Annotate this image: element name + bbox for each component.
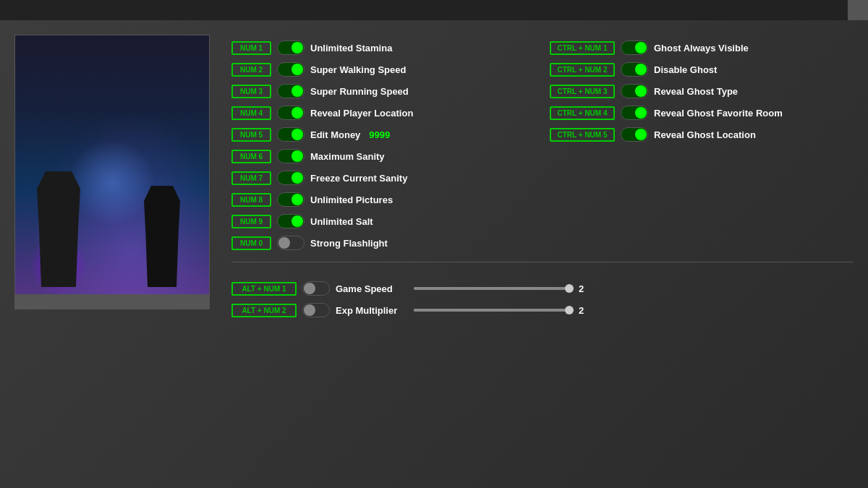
divider (231, 262, 854, 262)
slider-thumb[interactable] (565, 306, 574, 314)
toggle-switch[interactable] (277, 127, 305, 142)
toggle-switch[interactable] (277, 40, 305, 55)
key-badge: CTRL + NUM 4 (550, 106, 615, 120)
slider-track[interactable] (414, 287, 573, 290)
right-options-col: CTRL + NUM 1Ghost Always VisibleCTRL + N… (550, 38, 854, 252)
option-row: NUM 0Strong Flashlight (231, 234, 535, 252)
toggle-switch[interactable] (277, 192, 305, 207)
game-panel (14, 35, 210, 474)
key-badge: NUM 6 (231, 150, 271, 163)
key-badge: CTRL + NUM 5 (550, 128, 615, 142)
option-label: Disable Ghost (654, 64, 717, 75)
toggle-switch[interactable] (277, 106, 305, 120)
option-row: NUM 9Unlimited Salt (231, 212, 535, 231)
slider-value: 2 (579, 283, 593, 294)
toggle-switch[interactable] (302, 281, 330, 296)
option-row: NUM 1Unlimited Stamina (231, 38, 535, 57)
option-label: Game Speed (336, 283, 408, 294)
toggle-switch[interactable] (277, 149, 305, 163)
main-window: NUM 1Unlimited StaminaNUM 2Super Walking… (0, 0, 868, 488)
option-row: CTRL + NUM 4Reveal Ghost Favorite Room (550, 103, 854, 122)
options-panel: NUM 1Unlimited StaminaNUM 2Super Walking… (231, 35, 854, 474)
option-label: Reveal Ghost Type (654, 86, 738, 97)
toggle-switch[interactable] (277, 62, 305, 77)
option-row: NUM 7Freeze Current Sanity (231, 168, 535, 187)
slider-value: 2 (579, 305, 593, 316)
option-row: NUM 3Super Running Speed (231, 82, 535, 100)
option-row: CTRL + NUM 3Reveal Ghost Type (550, 82, 854, 100)
game-title-bar (14, 295, 210, 309)
option-label: Reveal Player Location (310, 108, 413, 119)
option-row: CTRL + NUM 2Disable Ghost (550, 60, 854, 79)
key-badge: NUM 3 (231, 85, 271, 98)
left-options-col: NUM 1Unlimited StaminaNUM 2Super Walking… (231, 38, 535, 252)
option-row: NUM 5Edit Money9999 (231, 125, 535, 144)
money-value: 9999 (369, 129, 390, 140)
close-button[interactable] (848, 0, 868, 20)
slider-container: 2 (414, 283, 854, 294)
toggle-switch[interactable] (302, 303, 330, 317)
option-label: Edit Money (310, 129, 360, 140)
glow-blue (69, 139, 156, 226)
slider-container: 2 (414, 305, 854, 316)
option-label: Unlimited Stamina (310, 43, 392, 53)
slider-thumb[interactable] (565, 284, 574, 293)
key-badge: NUM 8 (231, 193, 271, 207)
key-badge: CTRL + NUM 2 (550, 63, 615, 77)
figure-left (37, 171, 80, 287)
option-label: Super Walking Speed (310, 64, 406, 75)
figure-right (144, 186, 180, 287)
toggle-switch[interactable] (621, 84, 648, 98)
options-columns: NUM 1Unlimited StaminaNUM 2Super Walking… (231, 38, 854, 252)
option-label: Unlimited Salt (310, 216, 373, 227)
key-badge: NUM 7 (231, 171, 271, 185)
key-badge: NUM 0 (231, 236, 271, 250)
slider-row: ALT + NUM 1Game Speed2 (231, 279, 854, 298)
game-image (14, 35, 210, 295)
bottom-section: ALT + NUM 1Game Speed2ALT + NUM 2Exp Mul… (231, 279, 854, 320)
key-badge: ALT + NUM 2 (231, 304, 297, 317)
option-label: Maximum Sanity (310, 151, 385, 162)
key-badge: ALT + NUM 1 (231, 282, 297, 296)
key-badge: CTRL + NUM 3 (550, 85, 615, 98)
key-badge: CTRL + NUM 1 (550, 41, 615, 55)
option-label: Reveal Ghost Location (654, 129, 756, 140)
option-label: Super Running Speed (310, 86, 409, 97)
option-row: NUM 6Maximum Sanity (231, 147, 535, 166)
key-badge: NUM 1 (231, 41, 271, 55)
option-row: CTRL + NUM 1Ghost Always Visible (550, 38, 854, 57)
key-badge: NUM 4 (231, 106, 271, 120)
option-row: CTRL + NUM 5Reveal Ghost Location (550, 125, 854, 144)
slider-track[interactable] (414, 309, 573, 312)
option-row: NUM 4Reveal Player Location (231, 103, 535, 122)
title-bar (0, 0, 868, 20)
option-row: NUM 2Super Walking Speed (231, 60, 535, 79)
option-label: Unlimited Pictures (310, 194, 393, 205)
toggle-switch[interactable] (621, 40, 648, 55)
option-row: NUM 8Unlimited Pictures (231, 190, 535, 209)
toggle-switch[interactable] (277, 84, 305, 98)
option-label: Freeze Current Sanity (310, 173, 407, 184)
key-badge: NUM 2 (231, 63, 271, 77)
option-label: Strong Flashlight (310, 238, 388, 249)
toggle-switch[interactable] (621, 127, 648, 142)
option-label: Exp Multiplier (336, 305, 408, 316)
option-label: Reveal Ghost Favorite Room (654, 108, 783, 119)
toggle-switch[interactable] (621, 62, 648, 77)
key-badge: NUM 9 (231, 215, 271, 228)
toggle-switch[interactable] (277, 236, 305, 250)
option-label: Ghost Always Visible (654, 43, 749, 53)
toggle-switch[interactable] (277, 171, 305, 185)
toggle-switch[interactable] (621, 106, 648, 120)
toggle-switch[interactable] (277, 214, 305, 228)
key-badge: NUM 5 (231, 128, 271, 142)
slider-row: ALT + NUM 2Exp Multiplier2 (231, 301, 854, 320)
